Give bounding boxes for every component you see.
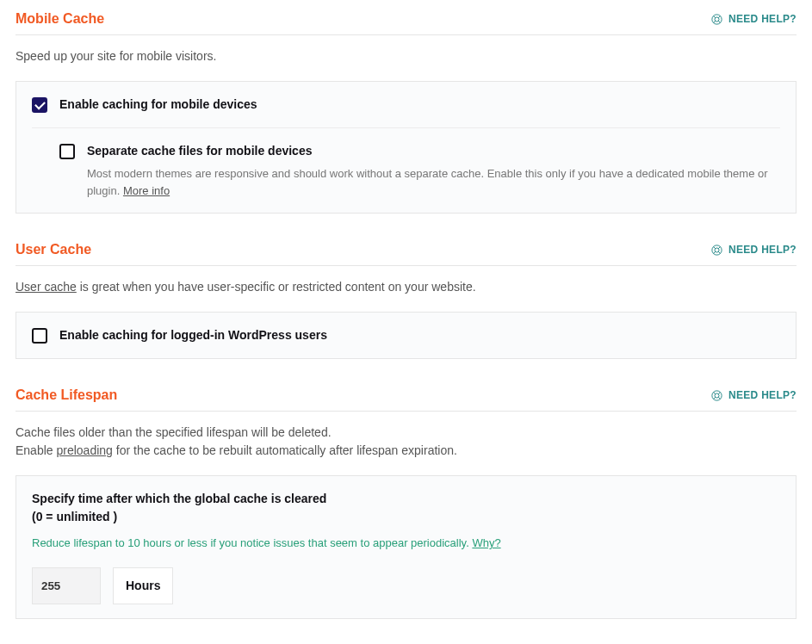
svg-line-15 <box>718 392 720 393</box>
heading-l1: Specify time after which the global cach… <box>32 492 326 505</box>
option-label: Enable caching for mobile devices <box>59 96 257 114</box>
section-title: User Cache <box>15 239 91 260</box>
help-label: NEED HELP? <box>728 387 797 403</box>
desc-text: is great when you have user-specific or … <box>77 280 476 294</box>
section-header: Mobile Cache NEED HELP? <box>15 9 797 35</box>
help-label: NEED HELP? <box>728 242 797 257</box>
section-title: Cache Lifespan <box>15 385 117 406</box>
panel-mobile-cache: Enable caching for mobile devices Separa… <box>15 81 797 214</box>
option-enable-user-cache: Enable caching for logged-in WordPress u… <box>32 326 780 344</box>
panel-cache-lifespan: Specify time after which the global cach… <box>15 475 797 619</box>
section-description: Cache files older than the specified lif… <box>15 424 797 460</box>
option-body: Separate cache files for mobile devices … <box>87 142 780 199</box>
section-header: Cache Lifespan NEED HELP? <box>15 385 797 412</box>
option-label: Separate cache files for mobile devices <box>87 142 780 160</box>
help-link[interactable]: NEED HELP? <box>710 242 797 257</box>
section-description: User cache is great when you have user-s… <box>15 278 797 296</box>
help-link[interactable]: NEED HELP? <box>710 387 797 403</box>
svg-line-10 <box>713 251 715 253</box>
lifespan-unit-select[interactable]: Hours <box>113 567 173 604</box>
hint-text: Reduce lifespan to 10 hours or less if y… <box>32 536 472 549</box>
option-enable-mobile-cache: Enable caching for mobile devices <box>32 96 780 114</box>
lifebuoy-icon <box>710 389 723 402</box>
section-title: Mobile Cache <box>15 9 104 29</box>
user-cache-link[interactable]: User cache <box>15 280 77 294</box>
svg-line-2 <box>713 15 715 17</box>
lifebuoy-icon <box>710 244 723 257</box>
svg-line-9 <box>718 246 720 248</box>
svg-line-8 <box>713 246 715 248</box>
option-note: Most modern themes are responsive and sh… <box>87 165 780 199</box>
lifebuoy-icon <box>710 13 723 26</box>
section-user-cache: User Cache NEED HELP? User cache is grea… <box>15 239 797 359</box>
svg-line-5 <box>718 21 720 22</box>
checkbox-separate-cache[interactable] <box>59 144 75 159</box>
panel-user-cache: Enable caching for logged-in WordPress u… <box>15 312 797 359</box>
svg-line-11 <box>718 251 720 253</box>
checkbox-enable-user-cache[interactable] <box>32 328 47 344</box>
why-link[interactable]: Why? <box>472 536 500 549</box>
help-label: NEED HELP? <box>728 11 797 27</box>
svg-line-3 <box>718 15 720 17</box>
section-header: User Cache NEED HELP? <box>15 239 797 266</box>
note-text: Most modern themes are responsive and sh… <box>87 167 768 197</box>
svg-line-4 <box>713 21 715 22</box>
desc-line1: Cache files older than the specified lif… <box>15 425 332 439</box>
preloading-link[interactable]: preloading <box>56 443 112 457</box>
section-description: Speed up your site for mobile visitors. <box>15 47 797 65</box>
svg-line-14 <box>713 392 715 393</box>
sub-option-separate-cache: Separate cache files for mobile devices … <box>32 127 780 199</box>
section-mobile-cache: Mobile Cache NEED HELP? Speed up your si… <box>15 9 797 214</box>
help-link[interactable]: NEED HELP? <box>710 11 797 27</box>
option-separate-cache: Separate cache files for mobile devices … <box>59 142 780 199</box>
lifespan-value-input[interactable] <box>32 567 101 604</box>
panel-hint: Reduce lifespan to 10 hours or less if y… <box>32 535 780 552</box>
desc-line2-pre: Enable <box>15 443 56 457</box>
panel-heading: Specify time after which the global cach… <box>32 490 780 526</box>
more-info-link[interactable]: More info <box>123 184 170 197</box>
svg-line-16 <box>713 397 715 399</box>
option-label: Enable caching for logged-in WordPress u… <box>59 326 327 344</box>
section-cache-lifespan: Cache Lifespan NEED HELP? Cache files ol… <box>15 385 797 619</box>
heading-l2: (0 = unlimited ) <box>32 510 117 523</box>
lifespan-input-row: Hours <box>32 567 780 604</box>
svg-line-17 <box>718 397 720 399</box>
desc-line2-post: for the cache to be rebuilt automaticall… <box>113 443 457 457</box>
checkbox-enable-mobile[interactable] <box>32 97 47 113</box>
